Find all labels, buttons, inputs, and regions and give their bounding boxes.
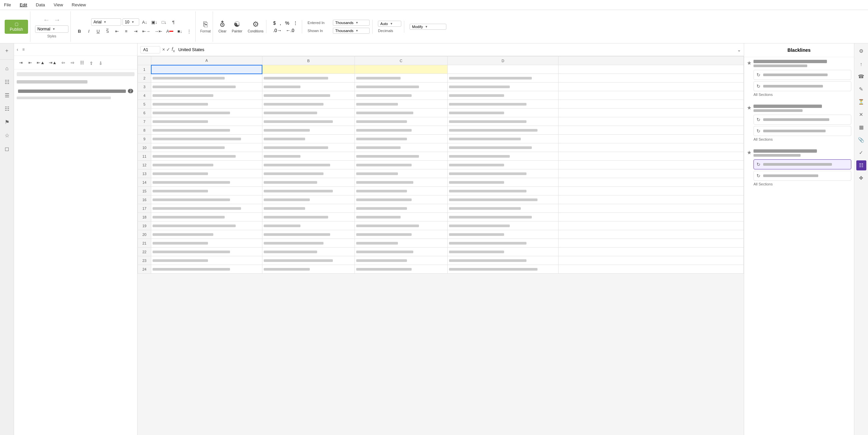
cell-A18[interactable] (151, 213, 262, 222)
blackline-item-1-2[interactable]: ↻ (753, 81, 851, 91)
row-header-14[interactable]: 14 (138, 178, 151, 187)
align-left-button[interactable]: ⇤ (113, 27, 121, 35)
cell-C11[interactable] (355, 152, 447, 161)
cell-A4[interactable] (151, 91, 262, 100)
cell-C21[interactable] (355, 239, 447, 248)
row-header-4[interactable]: 4 (138, 91, 151, 100)
cell-A23[interactable] (151, 256, 262, 265)
frs-blacklines-icon[interactable]: ☷ (856, 161, 866, 170)
cell-C24[interactable] (355, 265, 447, 273)
cell-C20[interactable] (355, 230, 447, 239)
blackline-item-3-2[interactable]: ↻ (753, 171, 851, 181)
cell-A9[interactable] (151, 135, 262, 143)
frs-pencil-icon[interactable]: ✎ (856, 84, 866, 94)
star-icon-2[interactable]: ★ (747, 105, 751, 111)
cell-B17[interactable] (262, 204, 354, 213)
filter-icon-button[interactable]: ☷ (78, 58, 86, 66)
cell-E1[interactable] (559, 65, 744, 74)
frs-table-icon[interactable]: ▦ (856, 122, 866, 132)
cell-C6[interactable] (355, 109, 447, 117)
formula-check-button[interactable]: ✓ (166, 47, 170, 53)
strikethrough-button[interactable]: S̅ (103, 27, 112, 35)
indent-left2-button[interactable]: ⇦ (59, 58, 67, 66)
bg-color-button[interactable]: ▣↓ (150, 18, 159, 26)
cell-E13[interactable] (559, 169, 744, 178)
formula-expand-button[interactable]: ⌄ (737, 47, 741, 53)
cell-B13[interactable] (262, 169, 354, 178)
cell-C16[interactable] (355, 196, 447, 204)
frs-arrow-icon[interactable]: ↑ (856, 59, 866, 69)
cell-D12[interactable] (447, 161, 559, 169)
font-dropdown[interactable]: Arial ▼ (91, 18, 121, 26)
cell-B12[interactable] (262, 161, 354, 169)
cell-A13[interactable] (151, 169, 262, 178)
cell-A1[interactable] (151, 65, 262, 74)
cell-C8[interactable] (355, 126, 447, 135)
cell-D2[interactable] (447, 74, 559, 83)
cell-E16[interactable] (559, 196, 744, 204)
cell-E15[interactable] (559, 187, 744, 196)
cell-B19[interactable] (262, 222, 354, 230)
row-header-19[interactable]: 19 (138, 222, 151, 230)
size-dropdown[interactable]: 10 ▼ (123, 18, 139, 26)
wrap-button[interactable]: ¶ (169, 18, 178, 26)
cell-B23[interactable] (262, 256, 354, 265)
shown-in-dropdown[interactable]: Thousands ▼ (333, 28, 370, 34)
bold-button[interactable]: B (75, 27, 84, 35)
frs-attachment-icon[interactable]: 📎 (856, 135, 866, 145)
dec-increase-button[interactable]: .0→ (272, 27, 283, 33)
cell-C10[interactable] (355, 143, 447, 152)
row-header-16[interactable]: 16 (138, 196, 151, 204)
cell-D10[interactable] (447, 143, 559, 152)
cell-E23[interactable] (559, 256, 744, 265)
menu-view[interactable]: View (53, 2, 64, 8)
cell-A3[interactable] (151, 83, 262, 91)
cell-D14[interactable] (447, 178, 559, 187)
percent-button[interactable]: % (284, 20, 290, 26)
col-header-a[interactable]: A (151, 56, 262, 65)
cell-B7[interactable] (262, 117, 354, 126)
cell-D16[interactable] (447, 196, 559, 204)
align-right-button[interactable]: ⇥ (131, 27, 140, 35)
valign-up-button[interactable]: ⇧ (88, 59, 95, 67)
sidebar-box-icon[interactable]: ◻ (2, 144, 12, 153)
cell-D11[interactable] (447, 152, 559, 161)
cell-B6[interactable] (262, 109, 354, 117)
cell-D3[interactable] (447, 83, 559, 91)
dec-decrease-button[interactable]: ←.0 (284, 27, 296, 33)
cell-E11[interactable] (559, 152, 744, 161)
panel-sheet-item[interactable]: 2 (17, 88, 134, 94)
cell-C1[interactable] (355, 65, 447, 74)
cell-C2[interactable] (355, 74, 447, 83)
formula-input[interactable] (177, 47, 735, 53)
cell-C19[interactable] (355, 222, 447, 230)
cell-E9[interactable] (559, 135, 744, 143)
cell-C17[interactable] (355, 204, 447, 213)
auto-dropdown[interactable]: Auto ▼ (378, 21, 401, 27)
col-header-b[interactable]: B (262, 56, 354, 65)
indent-right-button[interactable]: ⇥ (17, 58, 25, 66)
cell-D4[interactable] (447, 91, 559, 100)
row-header-23[interactable]: 23 (138, 256, 151, 265)
cell-D18[interactable] (447, 213, 559, 222)
cell-B11[interactable] (262, 152, 354, 161)
cell-E6[interactable] (559, 109, 744, 117)
row-header-10[interactable]: 10 (138, 143, 151, 152)
cell-E2[interactable] (559, 74, 744, 83)
indent-dec2-button[interactable]: ⇤▲ (35, 58, 46, 66)
underline-button[interactable]: U (94, 27, 102, 35)
cell-A5[interactable] (151, 100, 262, 109)
cell-A7[interactable] (151, 117, 262, 126)
cell-A17[interactable] (151, 204, 262, 213)
entered-in-dropdown[interactable]: Thousands ▼ (333, 20, 370, 26)
row-header-7[interactable]: 7 (138, 117, 151, 126)
cell-A16[interactable] (151, 196, 262, 204)
cell-C4[interactable] (355, 91, 447, 100)
frs-settings-icon[interactable]: ⚙ (856, 46, 866, 56)
cell-D19[interactable] (447, 222, 559, 230)
clear-button[interactable]: ⛢ Clear (218, 20, 226, 33)
col-header-d[interactable]: D (447, 56, 559, 65)
row-header-17[interactable]: 17 (138, 204, 151, 213)
cell-B5[interactable] (262, 100, 354, 109)
row-header-20[interactable]: 20 (138, 230, 151, 239)
